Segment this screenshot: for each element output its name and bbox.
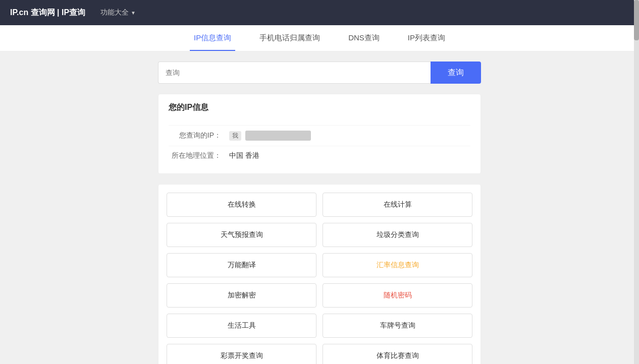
chevron-down-icon: ▼ — [131, 10, 136, 16]
top-navigation: IP.cn 查询网 | IP查询 功能大全 ▼ — [0, 0, 639, 25]
tool-btn-3[interactable]: 垃圾分类查询 — [323, 223, 472, 247]
scrollbar[interactable] — [634, 0, 639, 364]
search-input[interactable] — [158, 62, 431, 84]
tool-btn-6[interactable]: 加密解密 — [167, 283, 316, 308]
ip-row-address: 您查询的IP： 我 ██ ████████ — [169, 125, 470, 146]
ip-label: 您查询的IP： — [169, 131, 229, 140]
tool-btn-8[interactable]: 生活工具 — [167, 314, 316, 338]
ip-row-location: 所在地理位置： 中国 香港 — [169, 146, 470, 165]
tab-bar: IP信息查询 手机电话归属查询 DNS查询 IP列表查询 — [0, 25, 639, 51]
tab-ip-info[interactable]: IP信息查询 — [190, 25, 235, 51]
tool-btn-4[interactable]: 万能翻译 — [167, 253, 316, 277]
location-value: 中国 香港 — [229, 151, 259, 160]
ip-value: 我 ██ ████████ — [229, 131, 311, 141]
functions-label: 功能大全 — [100, 8, 129, 17]
tools-grid: 在线转换 在线计算 天气预报查询 垃圾分类查询 万能翻译 汇率信息查询 加密解密… — [158, 184, 481, 364]
tool-btn-9[interactable]: 车牌号查询 — [323, 314, 472, 338]
tool-btn-5[interactable]: 汇率信息查询 — [323, 253, 472, 277]
tool-btn-0[interactable]: 在线转换 — [167, 193, 316, 217]
tool-btn-1[interactable]: 在线计算 — [323, 193, 472, 217]
ip-info-title: 您的IP信息 — [169, 102, 470, 117]
site-logo: IP.cn 查询网 | IP查询 — [10, 8, 85, 18]
search-button[interactable]: 查询 — [431, 62, 481, 84]
tool-btn-11[interactable]: 体育比赛查询 — [323, 344, 472, 364]
ip-tag: 我 — [229, 131, 241, 141]
tab-phone[interactable]: 手机电话归属查询 — [255, 25, 324, 51]
functions-menu[interactable]: 功能大全 ▼ — [100, 8, 136, 17]
tab-dns[interactable]: DNS查询 — [344, 25, 384, 51]
ip-address-blurred: ██ ████████ — [245, 131, 311, 141]
ip-info-box: 您的IP信息 您查询的IP： 我 ██ ████████ 所在地理位置： 中国 … — [158, 94, 481, 174]
tab-ip-list[interactable]: IP列表查询 — [404, 25, 449, 51]
tool-btn-10[interactable]: 彩票开奖查询 — [167, 344, 316, 364]
tool-btn-2[interactable]: 天气预报查询 — [167, 223, 316, 247]
location-label: 所在地理位置： — [169, 151, 229, 160]
scrollbar-thumb[interactable] — [634, 0, 639, 40]
tool-btn-7[interactable]: 随机密码 — [323, 283, 472, 308]
content-area: 查询 您的IP信息 您查询的IP： 我 ██ ████████ 所在地理位置： … — [0, 62, 639, 364]
search-bar: 查询 — [158, 62, 481, 84]
